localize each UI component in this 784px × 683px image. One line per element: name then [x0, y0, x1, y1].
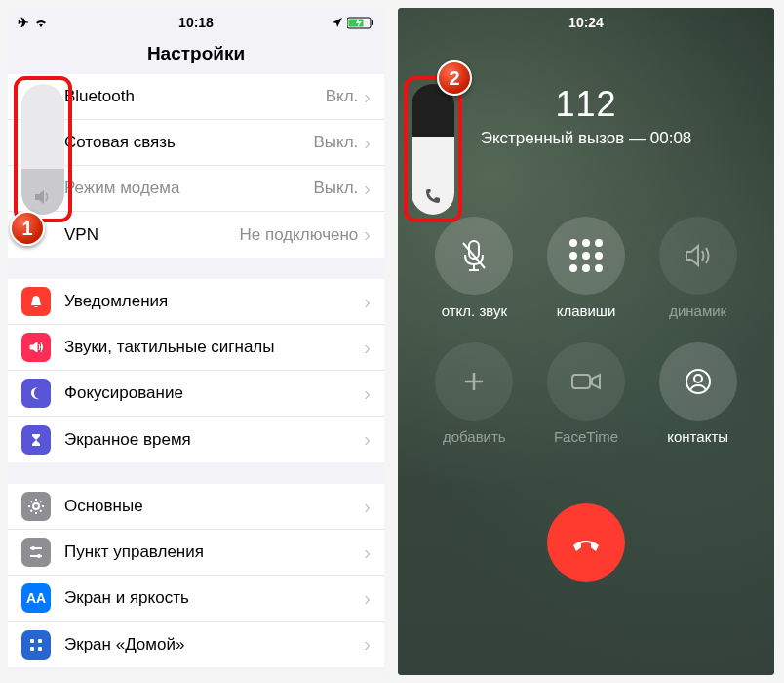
row-general[interactable]: Основные › [8, 484, 384, 530]
row-sounds[interactable]: Звуки, тактильные сигналы › [8, 325, 384, 371]
speaker-icon [21, 333, 51, 362]
row-label: Звуки, тактильные сигналы [64, 338, 364, 357]
wifi-icon [33, 17, 49, 28]
location-icon [332, 17, 343, 28]
grid-icon [21, 630, 51, 660]
mute-button[interactable]: откл. звук [430, 217, 519, 319]
row-value: Выкл. [313, 133, 358, 152]
annotation-box-2 [404, 76, 462, 222]
row-homescreen[interactable]: Экран «Домой» › [8, 622, 384, 667]
sliders-icon [21, 538, 51, 567]
airplane-icon: ✈ [18, 15, 29, 30]
settings-group-notifications: Уведомления › Звуки, тактильные сигналы … [8, 279, 384, 462]
row-notifications[interactable]: Уведомления › [8, 279, 384, 325]
speaker-button[interactable]: динамик [653, 217, 742, 319]
row-screentime[interactable]: Экранное время › [8, 417, 384, 462]
annotation-badge-1: 1 [10, 211, 45, 246]
chevron-right-icon: › [364, 496, 371, 518]
contacts-icon [659, 342, 737, 421]
row-label: Экран «Домой» [64, 635, 364, 655]
row-value: Выкл. [313, 179, 358, 198]
row-value: Вкл. [326, 87, 359, 106]
gear-icon [21, 492, 51, 521]
svg-rect-10 [30, 647, 34, 651]
button-label: FaceTime [554, 428, 618, 445]
button-label: откл. звук [442, 302, 507, 319]
svg-rect-2 [372, 20, 373, 25]
hangup-icon [568, 524, 605, 561]
chevron-right-icon: › [364, 178, 371, 200]
call-screen: 10:24 2 112 Экстренный вызов — 00:08 отк… [398, 8, 774, 675]
row-label: VPN [64, 225, 240, 245]
status-time: 10:18 [178, 15, 214, 30]
battery-icon [347, 17, 374, 29]
chevron-right-icon: › [364, 86, 371, 108]
keypad-icon [547, 217, 625, 295]
row-label: Режим модема [64, 179, 313, 198]
button-label: клавиши [557, 302, 616, 319]
settings-screen: ✈ 10:18 Настройки 1 Bluetooth Вкл. [8, 8, 384, 675]
chevron-right-icon: › [364, 633, 371, 656]
status-bar: ✈ 10:18 [8, 8, 384, 37]
speaker-icon [659, 217, 737, 295]
row-label: Пункт управления [64, 542, 364, 562]
row-value: Не подключено [240, 225, 359, 245]
chevron-right-icon: › [364, 223, 371, 246]
hourglass-icon [21, 425, 51, 455]
mute-icon [435, 217, 513, 295]
chevron-right-icon: › [364, 587, 371, 610]
settings-group-general: Основные › Пункт управления › AA Экран и… [8, 484, 384, 667]
svg-point-3 [33, 503, 39, 509]
moon-icon [21, 379, 51, 408]
aa-icon: AA [21, 583, 51, 613]
row-label: Bluetooth [64, 87, 326, 106]
facetime-button[interactable]: FaceTime [542, 342, 631, 445]
row-controlcenter[interactable]: Пункт управления › [8, 530, 384, 576]
button-label: добавить [443, 428, 506, 445]
button-label: контакты [667, 428, 728, 445]
svg-point-23 [694, 375, 702, 382]
chevron-right-icon: › [364, 382, 371, 405]
row-label: Фокусирование [64, 383, 364, 403]
row-label: Сотовая связь [64, 133, 313, 152]
row-label: Основные [64, 497, 364, 516]
svg-rect-9 [38, 639, 42, 643]
call-button-grid: откл. звук клавиши динамик добавить [430, 217, 742, 445]
row-label: Экран и яркость [64, 588, 364, 608]
keypad-button[interactable]: клавиши [542, 217, 631, 319]
row-focus[interactable]: Фокусирование › [8, 371, 384, 417]
button-label: динамик [669, 302, 726, 319]
svg-rect-21 [572, 375, 590, 388]
annotation-box-1 [14, 76, 72, 222]
chevron-right-icon: › [364, 337, 371, 359]
svg-point-7 [37, 554, 41, 558]
status-time: 10:24 [568, 15, 604, 30]
chevron-right-icon: › [364, 132, 371, 154]
chevron-right-icon: › [364, 428, 371, 451]
svg-rect-1 [349, 19, 364, 26]
chevron-right-icon: › [364, 542, 371, 564]
video-icon [547, 342, 625, 421]
contacts-button[interactable]: контакты [653, 342, 742, 445]
bell-icon [21, 287, 51, 316]
row-display[interactable]: AA Экран и яркость › [8, 576, 384, 622]
row-label: Уведомления [64, 292, 364, 311]
add-call-button[interactable]: добавить [430, 342, 519, 445]
row-label: Экранное время [64, 430, 364, 450]
svg-point-5 [31, 546, 35, 550]
end-call-button[interactable] [547, 503, 625, 582]
chevron-right-icon: › [364, 291, 371, 313]
plus-icon [435, 342, 513, 421]
page-title: Настройки [8, 37, 384, 74]
svg-rect-11 [38, 647, 42, 651]
annotation-badge-2: 2 [437, 60, 472, 96]
svg-rect-8 [30, 639, 34, 643]
